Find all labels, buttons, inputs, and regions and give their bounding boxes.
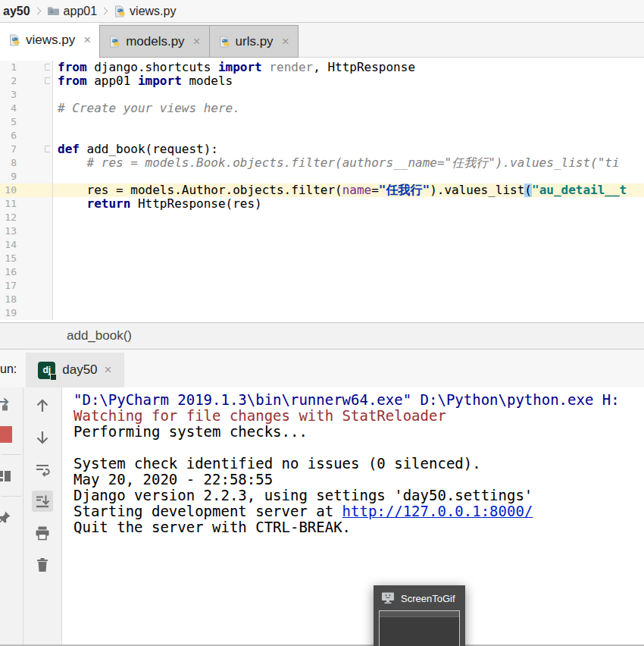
line-number: 13	[0, 224, 17, 238]
up-arrow-icon	[34, 397, 51, 414]
code-line: 14	[0, 238, 644, 252]
code-text	[53, 293, 644, 306]
fold-marker-icon[interactable]	[45, 146, 50, 152]
gutter[interactable]: 17	[0, 279, 53, 293]
down-arrow-button[interactable]	[32, 427, 53, 448]
console-line	[73, 440, 644, 456]
printer-icon	[34, 525, 51, 541]
gutter[interactable]: 3	[0, 88, 53, 102]
fold-marker-icon[interactable]	[45, 64, 50, 71]
breadcrumb-item-label: ay50	[3, 5, 30, 18]
breadcrumb-item[interactable]: ay50	[1, 5, 33, 18]
trash-button[interactable]	[32, 554, 53, 575]
code-line: 2from app01 import models	[0, 74, 644, 88]
code-text	[53, 279, 644, 293]
editor-tab-models-py[interactable]: models.py×	[99, 25, 209, 58]
scroll-end-button[interactable]	[32, 491, 53, 512]
gutter[interactable]: 18	[0, 293, 53, 306]
server-url-link[interactable]: http://127.0.0.1:8000/	[342, 503, 533, 519]
screentogif-header: ScreenToGif	[374, 585, 465, 607]
gutter[interactable]: 6	[0, 129, 53, 143]
gutter[interactable]: 10	[0, 183, 53, 197]
code-text	[53, 129, 644, 143]
line-number: 3	[0, 88, 17, 102]
code-line: 11 return HttpResponse(res)	[0, 197, 644, 211]
code-text	[53, 265, 644, 279]
printer-button[interactable]	[32, 522, 53, 544]
gutter[interactable]: 14	[0, 238, 53, 252]
line-number: 6	[0, 129, 17, 143]
gutter[interactable]: 11	[0, 197, 53, 211]
python-icon	[218, 36, 230, 48]
python-icon	[108, 36, 120, 48]
gutter[interactable]: 9	[0, 170, 53, 183]
editor-tab-urls-py[interactable]: urls.py×	[209, 25, 299, 58]
console-output[interactable]: "D:\PyCharm 2019.1.3\bin\runnerw64.exe" …	[62, 387, 644, 644]
context-function-label[interactable]: add_book()	[67, 328, 132, 343]
gutter[interactable]: 19	[0, 306, 53, 320]
gutter[interactable]: 2	[0, 74, 53, 88]
code-text: # res = models.Book.objects.filter(autho…	[53, 156, 644, 170]
line-number: 4	[0, 102, 17, 115]
gutter[interactable]: 15	[0, 252, 53, 265]
close-icon[interactable]: ×	[105, 362, 112, 378]
console-toolbar	[23, 387, 62, 644]
code-line: 17	[0, 279, 644, 293]
gutter[interactable]: 8	[0, 156, 53, 170]
console-line: Performing system checks...	[73, 424, 644, 440]
gutter[interactable]: 13	[0, 224, 53, 238]
close-icon[interactable]: ×	[83, 33, 91, 48]
tab-label: models.py	[126, 34, 184, 49]
layout-button[interactable]	[0, 466, 14, 487]
line-number: 1	[0, 61, 17, 74]
code-line: 4# Create your views here.	[0, 102, 644, 115]
console-line: System check identified no issues (0 sil…	[73, 456, 644, 472]
thumbnail-titlebar	[380, 611, 459, 617]
gutter[interactable]: 7	[0, 143, 53, 156]
line-number: 19	[0, 306, 17, 320]
line-number: 2	[0, 74, 17, 88]
breadcrumb-item[interactable]: views.py	[111, 5, 178, 18]
close-icon[interactable]: ×	[282, 34, 289, 49]
line-number: 11	[0, 197, 17, 211]
run-tab-day50[interactable]: dj day50 ×	[26, 353, 123, 387]
line-number: 12	[0, 211, 17, 224]
line-number: 18	[0, 293, 17, 306]
breadcrumb-item[interactable]: app01	[45, 5, 100, 18]
up-arrow-button[interactable]	[32, 395, 53, 416]
pin-button[interactable]	[0, 507, 14, 528]
console-line: Django version 2.2.3, using settings 'da…	[73, 488, 644, 503]
down-arrow-icon	[34, 429, 51, 446]
gutter[interactable]: 12	[0, 211, 53, 224]
stop-button[interactable]	[0, 424, 14, 445]
gutter[interactable]: 16	[0, 265, 53, 279]
breadcrumb-item-label: app01	[64, 5, 98, 18]
line-number: 16	[0, 265, 17, 279]
close-icon[interactable]: ×	[193, 34, 201, 49]
rerun-button[interactable]	[0, 394, 14, 415]
python-icon	[8, 34, 20, 46]
editor-tab-views-py[interactable]: views.py×	[0, 23, 99, 58]
editor-tab-bar: views.py×models.py×urls.py×	[0, 23, 644, 58]
code-text: from django.shortcuts import render, Htt…	[53, 61, 644, 74]
soft-wrap-button[interactable]	[32, 459, 53, 480]
screentogif-thumbnail[interactable]	[379, 610, 460, 646]
code-text: res = models.Author.objects.filter(name=…	[53, 183, 644, 197]
django-icon: dj	[38, 362, 55, 379]
gutter[interactable]: 5	[0, 115, 53, 129]
console-line: May 20, 2020 - 22:58:55	[73, 472, 644, 488]
breadcrumb-item-label: views.py	[130, 5, 176, 18]
line-number: 17	[0, 279, 17, 293]
code-text	[53, 224, 644, 238]
breadcrumb: ay50app01views.py	[0, 0, 644, 23]
tab-bar-filler	[299, 23, 644, 58]
toolbar-separator	[2, 454, 21, 455]
gutter[interactable]: 4	[0, 102, 53, 115]
screentogif-window[interactable]: ScreenToGif	[374, 585, 465, 646]
fold-marker-icon[interactable]	[45, 77, 50, 84]
code-editor[interactable]: 1from django.shortcuts import render, Ht…	[0, 58, 644, 322]
gutter[interactable]: 1	[0, 61, 53, 74]
code-line: 8 # res = models.Book.objects.filter(aut…	[0, 156, 644, 170]
code-text	[53, 115, 644, 129]
code-text	[53, 211, 644, 224]
